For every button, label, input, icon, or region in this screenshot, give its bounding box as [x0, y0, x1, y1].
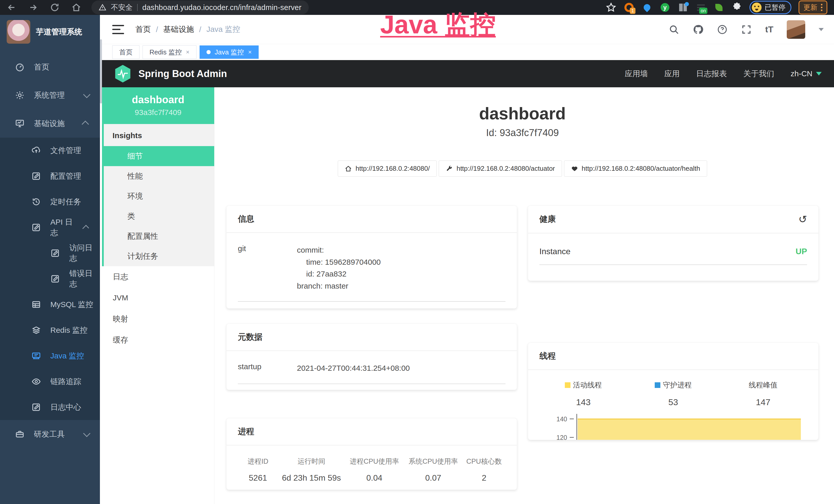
legend-daemon-threads-swatch: [655, 382, 660, 388]
edit-icon: [50, 274, 60, 284]
metadata-key: startup: [238, 362, 297, 374]
bookmark-star-icon[interactable]: [606, 2, 616, 13]
legend-peak-threads-label[interactable]: 线程峰值: [749, 380, 777, 390]
close-icon[interactable]: ×: [248, 48, 252, 56]
legend-active-threads-label[interactable]: 活动线程: [573, 380, 602, 390]
browser-menu-kebab-icon[interactable]: [821, 4, 822, 11]
endpoint-actuator-url[interactable]: http://192.168.0.2:48080/actuator: [439, 160, 562, 177]
app-title: 芋道管理系统: [36, 27, 82, 37]
scrollbar-track[interactable]: [100, 15, 102, 504]
peak-threads-value: 147: [718, 397, 808, 407]
user-avatar[interactable]: [787, 20, 805, 39]
sba-menu-config-props[interactable]: 配置属性: [104, 226, 214, 246]
chevron-down-icon: [816, 72, 822, 75]
address-bar[interactable]: 不安全 dashboard.yudao.iocoder.cn/infra/adm…: [91, 1, 309, 15]
monitor-chart-icon: [15, 119, 25, 129]
sidebar-item-file-mgmt[interactable]: 文件管理: [0, 138, 100, 163]
sidebar-item-api-logs[interactable]: API 日志: [0, 215, 100, 240]
extension-y-icon[interactable]: y: [660, 2, 671, 13]
metadata-startup-row: startup 2021-04-27T00:44:31.254+08:00: [238, 362, 505, 384]
active-threads-value: 143: [539, 397, 628, 407]
sba-nav-wallboard[interactable]: 应用墙: [625, 69, 648, 79]
sba-menu-scheduled-tasks[interactable]: 计划任务: [104, 246, 214, 266]
extension-leaf-icon[interactable]: [714, 2, 724, 13]
layers-icon: [31, 325, 41, 335]
sidebar-item-infrastructure[interactable]: 基础设施: [0, 109, 100, 138]
sba-menu-environment[interactable]: 环境: [104, 186, 214, 206]
extensions-puzzle-icon[interactable]: [731, 2, 742, 13]
browser-update-button[interactable]: 更新: [798, 1, 827, 15]
sba-menu-jvm[interactable]: JVM: [102, 287, 214, 308]
sba-menu-metrics[interactable]: 性能: [104, 166, 214, 186]
sba-nav-journal[interactable]: 日志报表: [696, 69, 727, 79]
sba-nav-applications[interactable]: 应用: [664, 69, 680, 79]
sba-language-select[interactable]: zh-CN: [791, 69, 822, 78]
sidebar-item-config-mgmt[interactable]: 配置管理: [0, 163, 100, 189]
github-icon[interactable]: [693, 24, 704, 35]
app-logo-row[interactable]: 芋道管理系统: [0, 15, 100, 49]
help-icon[interactable]: [717, 24, 728, 35]
process-table: 进程ID 运行时间 进程CPU使用率 系统CPU使用率 CPU核心数 5261 …: [238, 455, 505, 483]
process-col-sys-cpu-label: 系统CPU使用率: [404, 457, 463, 466]
breadcrumb-section[interactable]: 基础设施: [163, 24, 194, 35]
sba-nav-about[interactable]: 关于我们: [743, 69, 774, 79]
legend-daemon-threads-label[interactable]: 守护进程: [663, 380, 692, 390]
extension-grid-icon[interactable]: [678, 2, 688, 13]
git-commit-line: commit:: [297, 244, 381, 256]
close-icon[interactable]: ×: [186, 48, 190, 56]
sidebar-item-dev-tools[interactable]: 研发工具: [0, 420, 100, 448]
text-size-icon[interactable]: tT: [765, 24, 773, 35]
sba-brand-title[interactable]: Spring Boot Admin: [138, 68, 227, 79]
home-nav-icon[interactable]: [71, 3, 81, 12]
sidebar-item-tracing[interactable]: 链路追踪: [0, 369, 100, 394]
info-card-title: 信息: [238, 213, 254, 225]
tab-home[interactable]: 首页: [112, 45, 139, 59]
sidebar-item-mysql-monitor[interactable]: MySQL 监控: [0, 292, 100, 317]
health-history-icon[interactable]: ↺: [798, 213, 807, 225]
breadcrumb-home[interactable]: 首页: [135, 24, 151, 35]
sidebar-item-log-center[interactable]: 日志中心: [0, 394, 100, 420]
profile-emoji-icon: [752, 3, 762, 12]
sba-menu-logs[interactable]: 日志: [102, 266, 214, 287]
sidebar-item-redis-monitor[interactable]: Redis 监控: [0, 317, 100, 343]
scrollbar-thumb[interactable]: [100, 39, 102, 104]
extension-pin-icon[interactable]: [642, 2, 652, 13]
timer-icon: [31, 197, 41, 207]
fullscreen-icon[interactable]: [741, 24, 752, 35]
sidebar-item-scheduled-jobs[interactable]: 定时任务: [0, 189, 100, 215]
extension-switch-on-icon[interactable]: on: [696, 2, 706, 13]
health-card-title: 健康: [540, 214, 556, 225]
sidebar-item-system-mgmt[interactable]: 系统管理: [0, 81, 100, 109]
info-card: 信息 git commit: time: 1596289704000 id: 2…: [226, 205, 517, 308]
extension-colorpicker-icon[interactable]: 1: [623, 2, 634, 13]
sidebar-collapse-icon[interactable]: [112, 25, 124, 34]
endpoint-health-url[interactable]: http://192.168.0.2:48080/actuator/health: [564, 160, 707, 177]
sidebar-item-access-logs[interactable]: 访问日志: [0, 240, 100, 266]
info-key: git: [238, 244, 297, 292]
y-axis-tick-140: 140: [547, 415, 567, 423]
app-sidebar: 芋道管理系统 首页 系统管理 基础设施: [0, 15, 100, 504]
sidebar-item-error-logs[interactable]: 错误日志: [0, 266, 100, 292]
avatar-caret-icon[interactable]: [818, 28, 824, 31]
sidebar-item-home[interactable]: 首页: [0, 53, 100, 81]
breadcrumb-current: Java 监控: [206, 24, 240, 35]
search-icon[interactable]: [668, 24, 679, 35]
back-icon[interactable]: [7, 3, 17, 12]
tab-java-monitor[interactable]: Java 监控 ×: [200, 45, 259, 59]
sba-instance-header[interactable]: dashboard 93a3fc7f7409: [102, 87, 214, 124]
tab-redis-monitor[interactable]: Redis 监控 ×: [142, 45, 197, 59]
reload-icon[interactable]: [50, 3, 60, 12]
sba-menu-details[interactable]: 细节: [104, 146, 214, 166]
sba-menu-mappings[interactable]: 映射: [102, 308, 214, 329]
health-instance-row[interactable]: Instance UP: [540, 247, 807, 265]
sba-menu-caches[interactable]: 缓存: [102, 329, 214, 350]
forward-icon[interactable]: [28, 3, 38, 12]
sidebar-item-java-monitor[interactable]: Java 监控: [0, 343, 100, 369]
legend-active-threads-swatch: [565, 382, 570, 388]
sba-content: dashboard Id: 93a3fc7f7409 http://192.16…: [215, 87, 834, 504]
y-axis-tickmark: [570, 418, 574, 419]
browser-profile-chip[interactable]: 已暂停: [749, 1, 791, 14]
endpoint-service-url[interactable]: http://192.168.0.2:48080/: [338, 160, 437, 177]
url-text: dashboard.yudao.iocoder.cn/infra/admin-s…: [142, 3, 302, 12]
sba-menu-classes[interactable]: 类: [104, 206, 214, 226]
